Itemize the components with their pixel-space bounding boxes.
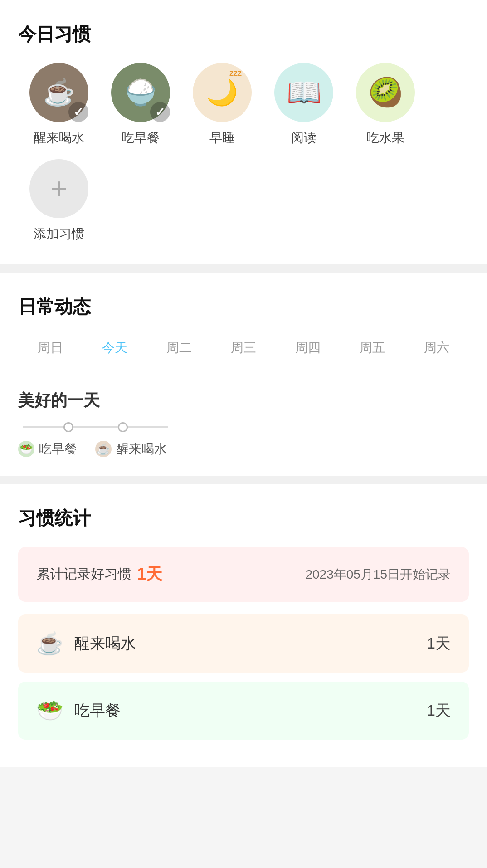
divider-1 xyxy=(0,264,487,273)
tab-tuesday[interactable]: 周二 xyxy=(166,336,192,360)
habit-stat-icon-breakfast: 🥗 xyxy=(36,698,63,723)
habit-stat-left-breakfast: 🥗 吃早餐 xyxy=(36,698,121,723)
weekday-tabs: 周日 今天 周二 周三 周四 周五 周六 xyxy=(18,336,469,371)
add-habit-item[interactable]: + 添加习惯 xyxy=(18,159,100,243)
habit-item-drink-water[interactable]: ☕ ✓ 醒来喝水 xyxy=(18,63,100,146)
habit-item-early-sleep[interactable]: 🌙 zzz 早睡 xyxy=(181,63,263,146)
habit-stat-name-drink-water: 醒来喝水 xyxy=(74,633,136,654)
habit-item-eat-fruit[interactable]: 🥝 吃水果 xyxy=(345,63,426,146)
stats-start-date: 2023年05月15日开始记录 xyxy=(305,566,451,583)
habit-circle-drink-water: ☕ ✓ xyxy=(29,63,88,122)
habit-stat-left-drink-water: ☕ 醒来喝水 xyxy=(36,631,136,656)
stats-summary-left: 累计记录好习惯 1天 xyxy=(36,563,162,585)
habit-circle-reading: 📖 xyxy=(274,63,333,122)
habit-item-reading[interactable]: 📖 阅读 xyxy=(263,63,345,146)
timeline-events: 🥗 吃早餐 ☕ 醒来喝水 xyxy=(18,440,469,458)
tab-saturday[interactable]: 周六 xyxy=(424,336,449,360)
habit-stat-days-breakfast: 1天 xyxy=(427,700,451,721)
habit-label-reading: 阅读 xyxy=(291,129,317,146)
timeline-dot-1 xyxy=(63,422,73,432)
event-label-breakfast: 吃早餐 xyxy=(39,440,77,458)
stats-section: 习惯统计 累计记录好习惯 1天 2023年05月15日开始记录 ☕ 醒来喝水 1… xyxy=(0,484,487,767)
habit-label-breakfast: 吃早餐 xyxy=(122,129,160,146)
tab-today[interactable]: 今天 xyxy=(102,336,127,360)
event-icon-breakfast: 🥗 xyxy=(18,441,34,457)
add-habit-circle: + xyxy=(29,159,88,218)
habit-stat-breakfast[interactable]: 🥗 吃早餐 1天 xyxy=(18,682,469,740)
tab-thursday[interactable]: 周四 xyxy=(295,336,321,360)
tab-friday[interactable]: 周五 xyxy=(360,336,385,360)
habit-stat-icon-drink-water: ☕ xyxy=(36,631,63,656)
habits-section: 今日习惯 ☕ ✓ 醒来喝水 🍚 ✓ 吃早餐 🌙 zzz 早睡 xyxy=(0,0,487,264)
habit-circle-breakfast: 🍚 ✓ xyxy=(111,63,170,122)
habit-stat-name-breakfast: 吃早餐 xyxy=(74,700,121,721)
timeline-dot-2 xyxy=(118,422,128,432)
timeline-bar xyxy=(18,426,469,428)
habit-label-early-sleep: 早睡 xyxy=(209,129,235,146)
timeline-event-breakfast: 🥗 吃早餐 xyxy=(18,440,77,458)
timeline-line xyxy=(23,426,168,428)
habit-stat-drink-water[interactable]: ☕ 醒来喝水 1天 xyxy=(18,614,469,673)
event-label-drink-water: 醒来喝水 xyxy=(116,440,167,458)
habit-check-drink-water: ✓ xyxy=(68,102,88,122)
habit-circle-early-sleep: 🌙 zzz xyxy=(193,63,252,122)
habit-item-breakfast[interactable]: 🍚 ✓ 吃早餐 xyxy=(100,63,181,146)
tab-wednesday[interactable]: 周三 xyxy=(231,336,256,360)
timeline-event-drink-water: ☕ 醒来喝水 xyxy=(95,440,167,458)
daily-section: 日常动态 周日 今天 周二 周三 周四 周五 周六 美好的一天 🥗 吃早餐 ☕ … xyxy=(0,273,487,476)
habit-stat-days-drink-water: 1天 xyxy=(427,633,451,654)
habits-title: 今日习惯 xyxy=(18,22,469,47)
habits-grid: ☕ ✓ 醒来喝水 🍚 ✓ 吃早餐 🌙 zzz 早睡 📖 xyxy=(18,63,469,246)
daily-mood: 美好的一天 xyxy=(18,390,469,412)
habit-check-breakfast: ✓ xyxy=(150,102,170,122)
habit-label-eat-fruit: 吃水果 xyxy=(366,129,404,146)
add-habit-label: 添加习惯 xyxy=(34,225,84,243)
divider-2 xyxy=(0,476,487,484)
stats-title: 习惯统计 xyxy=(18,506,469,531)
habit-circle-eat-fruit: 🥝 xyxy=(356,63,415,122)
tab-sunday[interactable]: 周日 xyxy=(38,336,63,360)
habit-label-drink-water: 醒来喝水 xyxy=(34,129,84,146)
stats-summary-card: 累计记录好习惯 1天 2023年05月15日开始记录 xyxy=(18,547,469,602)
event-icon-drink-water: ☕ xyxy=(95,441,112,457)
daily-title: 日常动态 xyxy=(18,294,469,319)
stats-summary-prefix: 累计记录好习惯 xyxy=(36,565,131,584)
stats-days-count: 1天 xyxy=(137,563,162,585)
